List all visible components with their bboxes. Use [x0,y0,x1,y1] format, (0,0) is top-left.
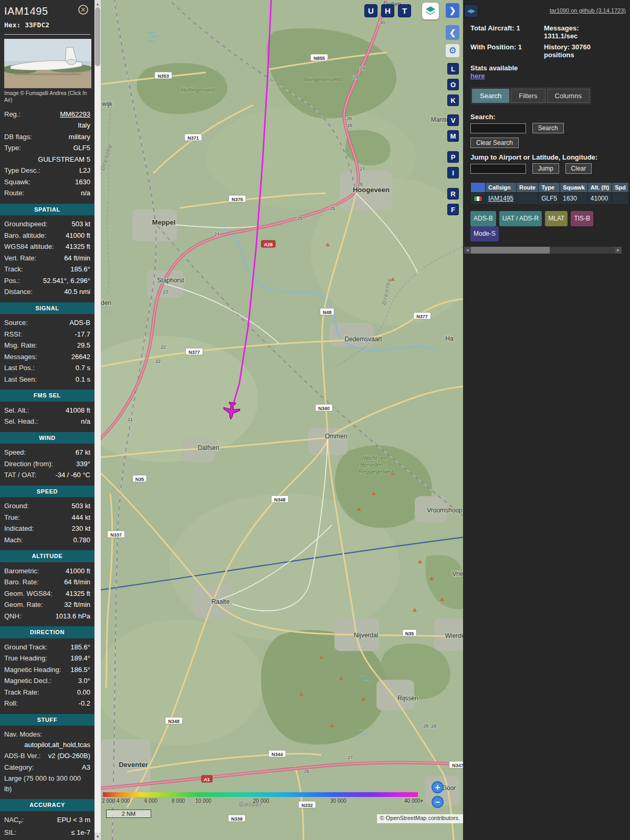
left-scrollbar[interactable]: ▲ ▼ [94,0,101,840]
map-toggle-o[interactable]: O [447,79,459,90]
row-value[interactable]: MM62293 [25,109,90,120]
search-label: Search: [470,113,623,121]
column-header[interactable]: Spd [612,183,629,193]
row-label: Direction (from): [4,459,53,469]
row-value: 0.7 s [39,363,90,373]
data-row: Pos.:52.541°, 6.296° [4,275,90,287]
data-row: Type:GLF5 [4,142,90,154]
map-toggle-i[interactable]: I [447,167,459,178]
zoom-out-button[interactable]: − [432,796,444,808]
map-label: 29 [360,66,365,71]
map-button-t[interactable]: T [398,4,411,17]
jump-input[interactable] [470,164,526,174]
data-row: Sel. Head.:n/a [4,416,90,427]
map[interactable]: N855N353N371N375A28N48N377N377N340N35N34… [101,0,463,840]
toggle-panel-button[interactable]: ◀▶ [464,4,478,17]
cell-alt: 41000 [587,193,612,205]
svg-text:N371: N371 [187,135,199,141]
road-shield: N375 [229,195,246,202]
scroll-down-icon[interactable]: ▼ [94,833,101,840]
data-row: NACP:EPU < 3 m [4,814,90,827]
scroll-up-icon[interactable]: ▲ [94,0,101,7]
row-label: RSSI: [4,329,22,340]
column-header[interactable]: Squawk [560,183,588,193]
column-header[interactable]: Alt. (ft) [587,183,612,193]
data-row: NACV:< 3 m/s [4,838,90,840]
map-toggle-p[interactable]: P [447,151,459,163]
collapse-arrow-button[interactable]: ❮ [446,25,459,40]
layers-button[interactable] [422,3,439,19]
map-toggle-l[interactable]: L [447,63,459,75]
data-row: Direction (from):339° [4,458,90,470]
map-canvas[interactable]: N855N353N371N375A28N48N377N377N340N35N34… [101,0,463,840]
map-button-u[interactable]: U [364,4,377,17]
flag-column-header[interactable] [471,183,486,193]
row-label: QNH: [4,611,22,622]
stats-block: Total Aircraft: 1 Messages: 1311.1/sec W… [470,24,623,59]
road-shield: N344 [269,750,286,757]
row-label: NACP: [4,815,24,826]
row-value: 1013.6 hPa [26,611,91,622]
data-row: Geom. Rate:32 ft/min [4,599,90,611]
map-toggle-f[interactable]: F [447,204,459,215]
cell-callsign[interactable]: IAM1495 [486,193,517,205]
github-link[interactable]: tar1090 on github (3.14.1723) [550,7,626,14]
road-shield: N332 [299,801,316,808]
expand-arrow-button[interactable]: ❯ [446,3,459,18]
section-header: SIGNAL [0,302,94,314]
hscroll-thumb[interactable] [471,247,550,254]
tab-search[interactable]: Search [472,89,509,103]
column-header[interactable]: Type [539,183,560,193]
settings-gear-icon[interactable]: ⚙ [446,44,459,57]
with-position: With Position: 1 [470,43,542,59]
road-shield: N35 [133,475,147,482]
photo-credit[interactable]: Image © Fumagalli Andrea (Click In Air) [4,90,90,103]
aircraft-photo[interactable] [4,39,91,88]
source-badge: UAT / ADS-R [499,211,542,226]
tabs: SearchFiltersColumns [470,87,591,104]
cell-type: GLF5 [539,193,560,205]
svg-text:N353: N353 [158,74,169,79]
stats-available: Stats available here [470,64,623,80]
column-header[interactable]: Route [517,183,539,193]
row-value: Italy [8,120,90,131]
road-shield: N347 [449,761,463,768]
map-button-h[interactable]: H [381,4,394,17]
map-toggle-r[interactable]: R [447,188,459,200]
data-row: Ground:503 kt [4,500,90,512]
aircraft-row[interactable]: IAM1495GLF5163041000 [471,193,629,205]
row-value: EPU < 3 m [28,815,90,826]
row-label: Ground: [4,501,29,511]
horizontal-scrollbar[interactable]: ◄ ► [464,247,622,254]
osm-attribution[interactable]: © OpenStreetMap contributors. [377,814,463,823]
column-header[interactable]: Callsign [486,183,517,193]
row-label: Ground Track: [4,642,47,653]
svg-text:A28: A28 [264,242,273,247]
scroll-right-icon[interactable]: ► [615,247,622,254]
row-label: Category: [4,762,34,773]
jump-button[interactable]: Jump [532,163,559,174]
row-value: autopilot,alt_hold,tcas [8,740,90,750]
map-toggle-k[interactable]: K [447,94,459,106]
map-label: 25 [297,216,302,221]
data-row: Sel. Alt.:41008 ft [4,405,90,416]
road-shield: N340 [316,404,333,411]
scroll-left-icon[interactable]: ◄ [464,247,471,254]
source-badge: Mode-S [470,226,499,242]
zoom-in-button[interactable]: + [432,781,444,793]
map-toggle-m[interactable]: M [447,130,459,142]
row-label: Type Desc.: [4,165,40,176]
cell-spd [612,193,629,205]
tab-filters[interactable]: Filters [511,89,545,103]
search-button[interactable]: Search [532,123,564,133]
map-toggle-v[interactable]: V [447,114,459,126]
search-input[interactable] [470,123,526,133]
scrollbar-thumb[interactable] [95,7,100,66]
tab-columns[interactable]: Columns [547,89,590,103]
map-label: Vecht- en [363,455,387,461]
stats-here-link[interactable]: here [470,72,485,80]
close-icon[interactable]: ✕ [78,5,88,15]
row-label: Reg.: [4,109,20,120]
jump-clear-button[interactable]: Clear [565,163,592,174]
clear-search-button[interactable]: Clear Search [470,138,519,148]
